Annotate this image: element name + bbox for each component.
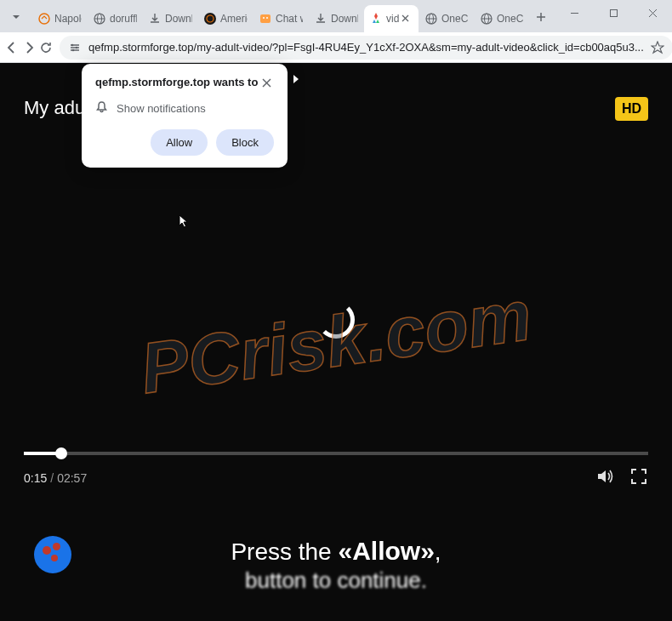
globe-icon [93, 12, 106, 26]
tab-title: Downl [165, 13, 192, 25]
tab-favicon-icon [203, 12, 217, 26]
time-current: 0:15 [24, 471, 47, 485]
notification-pointer [293, 75, 299, 83]
url-text: qefmp.stormforge.top/my-adult-video/?pl=… [88, 41, 644, 54]
globe-icon [480, 12, 493, 26]
svg-rect-1 [610, 9, 617, 16]
tab-close-button[interactable] [401, 13, 413, 25]
svg-point-8 [204, 13, 216, 25]
allow-button[interactable]: Allow [151, 129, 208, 156]
notification-body: Show notifications [117, 102, 206, 115]
tab[interactable]: Downl [143, 5, 197, 32]
volume-icon[interactable] [595, 467, 614, 488]
tab-search-dropdown[interactable] [3, 5, 29, 29]
tab[interactable]: Downl [309, 5, 363, 32]
watermark: PCrisk.com PCrisk.com [135, 274, 536, 410]
tab-title: OneCl [497, 13, 524, 25]
site-settings-icon[interactable] [68, 41, 82, 54]
svg-point-23 [71, 43, 74, 46]
fullscreen-icon[interactable] [629, 467, 648, 488]
tab-title: Chat w [276, 13, 303, 25]
back-button[interactable] [5, 36, 19, 60]
tab-title: OneCli [441, 13, 469, 25]
video-progress-bar[interactable] [24, 452, 648, 455]
tab-favicon-icon [37, 12, 51, 26]
bookmark-star-icon[interactable] [651, 41, 664, 54]
reload-button[interactable] [39, 36, 53, 60]
time-duration: 02:57 [57, 471, 87, 485]
svg-point-25 [72, 48, 75, 51]
time-display: 0:15 / 02:57 [24, 471, 87, 485]
download-icon [148, 12, 162, 26]
notification-popup: qefmp.stormforge.top wants to Show notif… [82, 64, 288, 168]
globe-icon [424, 12, 438, 26]
page-title: My adul [24, 97, 89, 119]
tab-active[interactable]: vid [364, 5, 419, 32]
notification-close-button[interactable] [262, 76, 274, 88]
tab-title: Americ [220, 13, 248, 25]
tab[interactable]: doruffl [88, 5, 142, 32]
tab[interactable]: OneCli [419, 5, 474, 32]
window-close-button[interactable] [633, 0, 672, 26]
cursor-icon [178, 214, 190, 233]
new-tab-button[interactable] [529, 5, 553, 29]
svg-point-12 [266, 17, 268, 19]
svg-point-24 [76, 46, 78, 48]
tab-favicon-icon [259, 12, 272, 26]
svg-point-4 [39, 14, 49, 24]
video-controls: 0:15 / 02:57 [0, 452, 672, 488]
progress-thumb[interactable] [55, 447, 67, 459]
press-allow-text: Press the «Allow», button to continue. [0, 537, 672, 594]
svg-rect-10 [260, 14, 271, 23]
tab[interactable]: OneCl [475, 5, 526, 32]
tab[interactable]: Chat w [253, 5, 308, 32]
time-separator: / [50, 471, 54, 485]
window-minimize-button[interactable] [555, 0, 594, 26]
tab-title: vid [386, 13, 400, 25]
tab[interactable]: Americ [198, 5, 253, 32]
svg-point-11 [263, 17, 265, 19]
notification-title: qefmp.stormforge.top wants to [95, 76, 258, 88]
forward-button[interactable] [22, 36, 36, 60]
download-icon [314, 12, 327, 26]
address-bar[interactable]: qefmp.stormforge.top/my-adult-video/?pl=… [60, 36, 672, 60]
hd-badge: HD [615, 97, 648, 121]
loading-spinner-icon [317, 301, 355, 339]
tab-title: Napole [54, 13, 82, 25]
tab[interactable]: Napole [32, 5, 87, 32]
tab-favicon-icon [369, 12, 383, 26]
block-button[interactable]: Block [216, 129, 274, 156]
bell-icon [95, 100, 108, 116]
tab-title: doruffl [110, 13, 137, 25]
browser-toolbar: qefmp.stormforge.top/my-adult-video/?pl=… [0, 32, 672, 63]
window-maximize-button[interactable] [594, 0, 633, 26]
tab-title: Downl [331, 13, 358, 25]
